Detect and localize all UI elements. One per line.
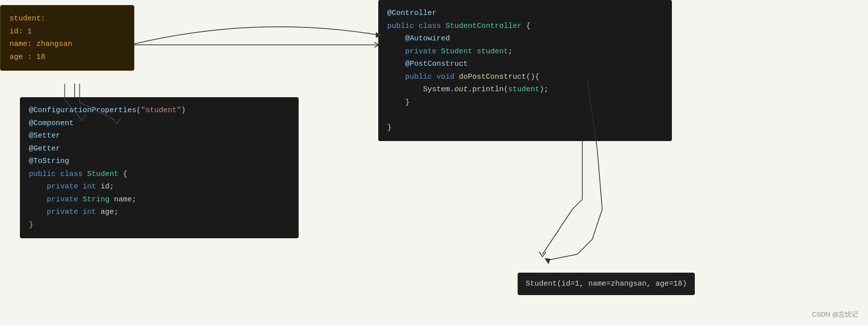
watermark: CSDN @忘忧记	[812, 310, 858, 319]
annotation-component: @Component	[29, 117, 290, 130]
svg-line-7	[552, 224, 562, 239]
yaml-line-1: student:	[9, 14, 45, 23]
ctrl-method-close: }	[387, 96, 663, 109]
svg-line-5	[572, 199, 582, 209]
svg-line-8	[542, 239, 552, 254]
ctrl-annotation-controller: @Controller	[387, 7, 663, 20]
annotation-tostring: @ToString	[29, 155, 290, 168]
svg-line-6	[562, 209, 572, 224]
svg-marker-10	[544, 258, 550, 264]
yaml-line-4: age : 18	[9, 53, 45, 61]
ctrl-annotation-autowired: @Autowired	[387, 32, 663, 45]
ctrl-method-dopostconstruct: public void doPostConstruct(){	[387, 71, 663, 84]
annotation-getter: @Getter	[29, 143, 290, 156]
field-id: private int id;	[29, 180, 290, 193]
controller-box: @Controller public class StudentControll…	[378, 0, 672, 141]
student-class-box: @ConfigurationProperties("student") @Com…	[20, 97, 299, 238]
output-box: Student(id=1, name=zhangsan, age=18)	[518, 273, 695, 296]
ctrl-println: System.out.println(student);	[387, 83, 663, 96]
yaml-line-2: id: 1	[9, 27, 32, 36]
ctrl-class-declaration: public class StudentController {	[387, 20, 663, 33]
class-declaration: public class Student {	[29, 168, 290, 181]
yaml-line-3: name: zhangsan	[9, 40, 72, 48]
field-name: private String name;	[29, 193, 290, 206]
yaml-box: student: id: 1 name: zhangsan age : 18	[0, 5, 134, 71]
class-close: }	[29, 219, 290, 232]
ctrl-annotation-postconstruct: @PostConstruct	[387, 58, 663, 71]
annotation-setter: @Setter	[29, 130, 290, 143]
ctrl-class-close: }	[387, 122, 663, 135]
field-age: private int age;	[29, 206, 290, 219]
annotation-configprops: @ConfigurationProperties("student")	[29, 104, 290, 117]
ctrl-field-student: private Student student;	[387, 45, 663, 58]
ctrl-empty-line	[387, 109, 663, 122]
output-text: Student(id=1, name=zhangsan, age=18)	[526, 280, 687, 288]
